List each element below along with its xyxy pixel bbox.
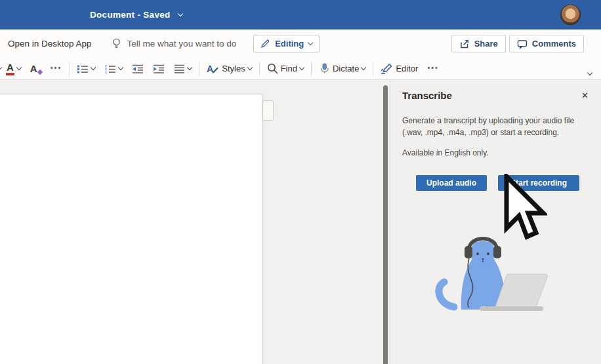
collapse-ribbon-chevron-icon[interactable] [587, 70, 592, 75]
vertical-scrollbar[interactable] [383, 85, 388, 364]
dictate-label: Dictate [333, 64, 359, 73]
bullet-list-button[interactable] [72, 60, 100, 78]
chevron-down-icon [177, 11, 182, 16]
transcribe-panel: Transcribe ✕ Generate a transcript by up… [390, 80, 601, 364]
chevron-down-icon [16, 65, 22, 70]
chevron-down-icon [361, 65, 366, 70]
chevron-down-icon [299, 65, 304, 70]
increase-indent-button[interactable] [148, 60, 169, 78]
clear-formatting-icon: A [30, 64, 41, 73]
chevron-down-icon [308, 40, 313, 45]
lightbulb-icon [112, 38, 121, 49]
styles-button[interactable]: A Styles [202, 60, 256, 78]
align-justify-icon [174, 64, 185, 74]
editor-label: Editor [396, 64, 418, 73]
account-avatar[interactable] [560, 5, 581, 25]
comments-label: Comments [532, 39, 576, 49]
document-canvas[interactable] [0, 94, 262, 364]
styles-label: Styles [222, 64, 245, 73]
document-title-button[interactable]: Document - Saved [90, 0, 182, 30]
content-area: Transcribe ✕ Generate a transcript by up… [0, 80, 601, 364]
find-button[interactable]: Find [262, 60, 308, 78]
chevron-down-icon [91, 65, 96, 70]
font-color-button[interactable]: A [1, 60, 26, 78]
toolbar-divider [199, 62, 199, 76]
numbered-list-button[interactable] [100, 60, 127, 78]
toolbar-divider [259, 62, 260, 76]
share-label: Share [474, 39, 498, 49]
toolbar-divider [69, 62, 70, 76]
comment-bubble-icon [517, 39, 528, 49]
decrease-indent-button[interactable] [127, 60, 148, 78]
transcribe-panel-header: Transcribe ✕ [390, 80, 601, 101]
toolbar-divider [311, 62, 312, 76]
editor-button[interactable]: Editor [376, 60, 423, 78]
clear-formatting-button[interactable]: A [26, 60, 46, 78]
tell-me-search[interactable]: Tell me what you want to do [112, 38, 237, 49]
editor-pencil-icon [381, 63, 393, 74]
chevron-down-icon [247, 65, 252, 70]
command-bar-right: Share Comments [451, 35, 584, 52]
numbered-list-icon [104, 64, 116, 74]
word-online-app: Document - Saved Open in Desktop App Tel… [0, 0, 601, 364]
decrease-indent-icon [132, 64, 144, 74]
chevron-down-icon [187, 65, 192, 70]
chevron-down-icon [118, 65, 123, 70]
ellipsis-icon: ••• [427, 64, 439, 71]
svg-text:A: A [207, 64, 213, 74]
open-in-desktop-button[interactable]: Open in Desktop App [8, 39, 92, 49]
more-font-options-button[interactable]: ••• [46, 60, 67, 78]
increase-indent-icon [153, 64, 165, 74]
command-bar: Open in Desktop App Tell me what you wan… [0, 30, 601, 58]
ribbon-toolbar: A A ••• [0, 58, 601, 80]
panel-title: Transcribe [402, 90, 452, 101]
search-icon [267, 63, 278, 74]
start-recording-button[interactable]: Start recording [498, 175, 579, 191]
more-ribbon-options-button[interactable]: ••• [423, 60, 444, 78]
font-color-icon: A [6, 62, 14, 75]
dictate-button[interactable]: Dictate [314, 60, 370, 78]
alignment-button[interactable] [169, 60, 196, 78]
document-title: Document - Saved [90, 10, 171, 20]
comment-margin-tab[interactable] [262, 100, 274, 121]
transcribe-availability-note: Available in English only. [402, 148, 589, 157]
document-area [0, 80, 390, 364]
find-label: Find [281, 64, 297, 73]
tell-me-label: Tell me what you want to do [127, 39, 237, 49]
editing-mode-dropdown[interactable]: Editing [253, 35, 320, 52]
pencil-icon [260, 39, 270, 49]
editing-label: Editing [275, 39, 304, 49]
comments-button[interactable]: Comments [509, 35, 584, 52]
bullet-list-icon [77, 64, 89, 74]
toolbar-divider [373, 62, 373, 76]
transcribe-cat-illustration [432, 233, 558, 320]
styles-icon: A [207, 63, 219, 74]
close-icon[interactable]: ✕ [581, 91, 589, 100]
ellipsis-icon: ••• [51, 64, 62, 71]
transcribe-actions: Upload audio Start recording [416, 175, 601, 191]
share-icon [459, 39, 470, 49]
title-bar: Document - Saved [0, 0, 601, 30]
microphone-icon [319, 62, 330, 75]
share-button[interactable]: Share [451, 35, 506, 52]
upload-audio-button[interactable]: Upload audio [416, 175, 487, 191]
transcribe-description: Generate a transcript by uploading your … [402, 115, 589, 138]
